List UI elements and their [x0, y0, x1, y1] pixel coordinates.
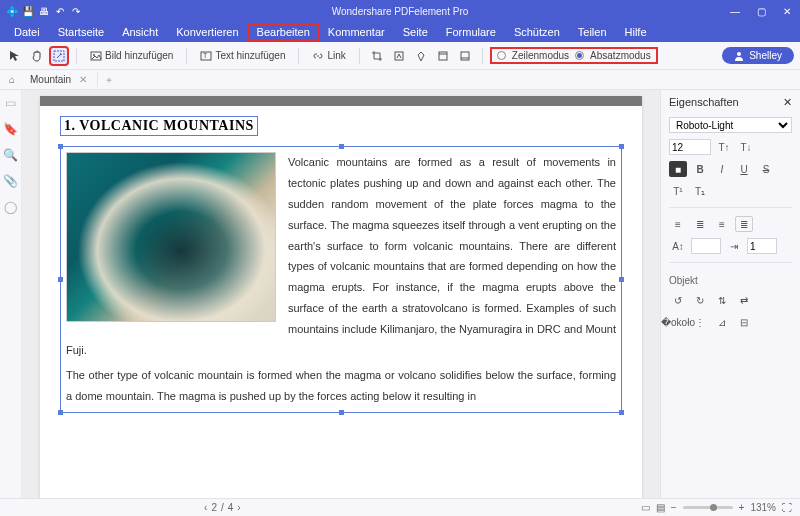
app-title: Wondershare PDFelement Pro — [332, 6, 469, 17]
print-icon[interactable]: 🖶 — [38, 5, 50, 17]
page-header-band — [40, 96, 642, 106]
attachments-icon[interactable]: 📎 — [3, 174, 18, 188]
fullscreen-icon[interactable]: ⛶ — [782, 502, 792, 513]
zoom-out-icon[interactable]: − — [671, 502, 677, 513]
menu-item-hilfe[interactable]: Hilfe — [617, 24, 655, 40]
minimize-button[interactable]: ― — [722, 0, 748, 22]
header-footer-icon[interactable] — [434, 47, 452, 65]
redo-icon[interactable]: ↷ — [70, 5, 82, 17]
next-page-icon[interactable]: › — [237, 502, 240, 513]
titlebar: 💠 💾 🖶 ↶ ↷ Wondershare PDFelement Pro ― ▢… — [0, 0, 800, 22]
watermark-icon[interactable] — [390, 47, 408, 65]
shrink-font-icon[interactable]: T↓ — [737, 139, 755, 155]
divider — [298, 48, 299, 64]
superscript-icon[interactable]: T¹ — [669, 183, 687, 199]
align-left-icon[interactable]: ≡ — [669, 216, 687, 232]
user-button[interactable]: Shelley — [722, 47, 794, 64]
add-image-button[interactable]: Bild hinzufügen — [85, 48, 178, 64]
select-tool-icon[interactable] — [6, 47, 24, 65]
resize-handle[interactable] — [58, 144, 63, 149]
tab-close-icon[interactable]: ✕ — [79, 74, 87, 85]
close-button[interactable]: ✕ — [774, 0, 800, 22]
resize-handle[interactable] — [619, 277, 624, 282]
underline-icon[interactable]: U — [735, 161, 753, 177]
font-family-select[interactable]: Roboto-Light — [669, 117, 792, 133]
obj-align-right-icon[interactable]: ⊿ — [713, 314, 731, 330]
flip-vertical-icon[interactable]: ⇅ — [713, 292, 731, 308]
obj-align-center-icon[interactable]: ⋮ — [691, 314, 709, 330]
comments-icon[interactable]: ◯ — [4, 200, 17, 214]
view-continuous-icon[interactable]: ▤ — [656, 502, 665, 513]
zoom-in-icon[interactable]: + — [739, 502, 745, 513]
obj-distribute-icon[interactable]: ⊟ — [735, 314, 753, 330]
line-mode-radio[interactable] — [497, 51, 506, 60]
menu-item-startseite[interactable]: Startseite — [50, 24, 112, 40]
text-selection-box[interactable]: Volcanic mountains are formed as a resul… — [60, 146, 622, 413]
align-justify-icon[interactable]: ≣ — [735, 216, 753, 232]
flip-horizontal-icon[interactable]: ⇄ — [735, 292, 753, 308]
add-text-button[interactable]: T Text hinzufügen — [195, 48, 290, 64]
resize-handle[interactable] — [339, 144, 344, 149]
resize-handle[interactable] — [339, 410, 344, 415]
indent-icon[interactable]: ⇥ — [725, 238, 743, 254]
edit-tool-icon[interactable] — [50, 47, 68, 65]
document-heading[interactable]: 1. VOLCANIC MOUNTAINS — [60, 116, 258, 136]
zoom-slider[interactable] — [683, 506, 733, 509]
italic-icon[interactable]: I — [713, 161, 731, 177]
rotate-cw-icon[interactable]: ↻ — [691, 292, 709, 308]
subscript-icon[interactable]: T₁ — [691, 183, 709, 199]
prev-page-icon[interactable]: ‹ — [204, 502, 207, 513]
grow-font-icon[interactable]: T↑ — [715, 139, 733, 155]
app-icon: 💠 — [6, 5, 18, 17]
menu-item-schützen[interactable]: Schützen — [506, 24, 568, 40]
panel-close-icon[interactable]: ✕ — [783, 96, 792, 109]
resize-handle[interactable] — [58, 410, 63, 415]
thumbnails-icon[interactable]: ▭ — [5, 96, 16, 110]
home-icon[interactable]: ⌂ — [4, 74, 20, 85]
save-icon[interactable]: 💾 — [22, 5, 34, 17]
view-single-icon[interactable]: ▭ — [641, 502, 650, 513]
document-viewport[interactable]: 1. VOLCANIC MOUNTAINS Volcanic mountains… — [22, 90, 660, 498]
page-current: 2 — [211, 502, 217, 513]
bates-icon[interactable] — [456, 47, 474, 65]
menu-item-ansicht[interactable]: Ansicht — [114, 24, 166, 40]
obj-align-left-icon[interactable]: �około — [669, 314, 687, 330]
strikethrough-icon[interactable]: S — [757, 161, 775, 177]
menu-item-formulare[interactable]: Formulare — [438, 24, 504, 40]
menu-item-bearbeiten[interactable]: Bearbeiten — [249, 24, 318, 40]
menu-item-datei[interactable]: Datei — [6, 24, 48, 40]
document-image[interactable] — [66, 152, 276, 322]
add-tab-button[interactable]: ＋ — [98, 73, 120, 87]
crop-icon[interactable] — [368, 47, 386, 65]
undo-icon[interactable]: ↶ — [54, 5, 66, 17]
document-paragraph-2[interactable]: The other type of volcanic mountain is f… — [66, 361, 616, 407]
line-spacing-input[interactable] — [691, 238, 721, 254]
svg-rect-8 — [461, 52, 469, 60]
hand-tool-icon[interactable] — [28, 47, 46, 65]
link-button[interactable]: Link — [307, 48, 350, 64]
maximize-button[interactable]: ▢ — [748, 0, 774, 22]
font-size-input[interactable] — [669, 139, 711, 155]
bookmarks-icon[interactable]: 🔖 — [3, 122, 18, 136]
resize-handle[interactable] — [58, 277, 63, 282]
paragraph-mode-radio[interactable] — [575, 51, 584, 60]
background-icon[interactable] — [412, 47, 430, 65]
page-navigator: ‹ 2 / 4 › — [204, 502, 241, 513]
resize-handle[interactable] — [619, 144, 624, 149]
rotate-ccw-icon[interactable]: ↺ — [669, 292, 687, 308]
menu-item-konvertieren[interactable]: Konvertieren — [168, 24, 246, 40]
menu-item-seite[interactable]: Seite — [395, 24, 436, 40]
search-icon[interactable]: 🔍 — [3, 148, 18, 162]
tab-mountain[interactable]: Mountain ✕ — [20, 72, 98, 87]
resize-handle[interactable] — [619, 410, 624, 415]
font-color-icon[interactable]: ■ — [669, 161, 687, 177]
menu-item-kommentar[interactable]: Kommentar — [320, 24, 393, 40]
align-center-icon[interactable]: ≣ — [691, 216, 709, 232]
user-label: Shelley — [749, 50, 782, 61]
bold-icon[interactable]: B — [691, 161, 709, 177]
object-section-title: Objekt — [669, 275, 792, 286]
align-right-icon[interactable]: ≡ — [713, 216, 731, 232]
indent-input[interactable] — [747, 238, 777, 254]
menu-item-teilen[interactable]: Teilen — [570, 24, 615, 40]
line-spacing-icon[interactable]: A↕ — [669, 238, 687, 254]
